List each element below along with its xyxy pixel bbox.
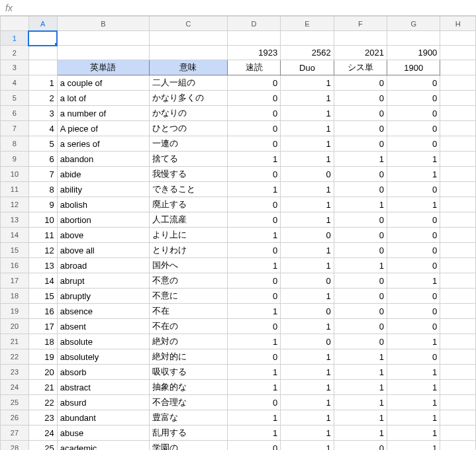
cell-C28[interactable]: 学園の	[150, 441, 228, 451]
col-header-G[interactable]: G	[387, 17, 440, 31]
row-header-2[interactable]: 2	[1, 46, 29, 60]
cell-C9[interactable]: 捨てる	[150, 152, 228, 167]
cell-H1[interactable]	[440, 31, 476, 46]
cell-C12[interactable]: 廃止する	[150, 197, 228, 212]
cell-F9[interactable]: 1	[334, 152, 387, 167]
row-header-15[interactable]: 15	[1, 243, 29, 258]
cell-A17[interactable]: 14	[28, 273, 57, 289]
cell-H15[interactable]	[440, 243, 476, 258]
cell-C24[interactable]: 抽象的な	[150, 380, 228, 395]
cell-G3-header[interactable]: 1900	[387, 60, 440, 75]
cell-H17[interactable]	[440, 273, 476, 289]
cell-G28[interactable]: 1	[387, 441, 440, 451]
cell-H20[interactable]	[440, 319, 476, 334]
cell-G20[interactable]: 0	[387, 319, 440, 334]
cell-E22[interactable]: 1	[281, 349, 334, 365]
cell-G14[interactable]: 0	[387, 228, 440, 243]
cell-F13[interactable]: 0	[334, 212, 387, 228]
cell-H23[interactable]	[440, 365, 476, 380]
cell-G7[interactable]: 0	[387, 121, 440, 136]
cell-A14[interactable]: 11	[28, 228, 57, 243]
cell-B12[interactable]: abolish	[57, 197, 149, 212]
cell-C14[interactable]: より上に	[150, 228, 228, 243]
cell-B20[interactable]: absent	[57, 319, 149, 334]
cell-G18[interactable]: 0	[387, 289, 440, 304]
cell-F3-header[interactable]: シス単	[334, 60, 387, 75]
cell-E4[interactable]: 1	[281, 75, 334, 91]
cell-C22[interactable]: 絶対的に	[150, 349, 228, 365]
row-header-21[interactable]: 21	[1, 334, 29, 349]
cell-C4[interactable]: 二人一組の	[150, 75, 228, 91]
row-header-25[interactable]: 25	[1, 395, 29, 410]
cell-C10[interactable]: 我慢する	[150, 167, 228, 182]
cell-H5[interactable]	[440, 91, 476, 106]
cell-C23[interactable]: 吸収する	[150, 365, 228, 380]
cell-G27[interactable]: 1	[387, 426, 440, 441]
row-header-23[interactable]: 23	[1, 365, 29, 380]
cell-D28[interactable]: 0	[227, 441, 280, 451]
cell-C13[interactable]: 人工流産	[150, 212, 228, 228]
cell-A22[interactable]: 19	[28, 349, 57, 365]
cell-D8[interactable]: 0	[227, 136, 280, 152]
cell-F22[interactable]: 1	[334, 349, 387, 365]
cell-B10[interactable]: abide	[57, 167, 149, 182]
cell-C8[interactable]: 一連の	[150, 136, 228, 152]
cell-D15[interactable]: 0	[227, 243, 280, 258]
cell-H2[interactable]	[440, 46, 476, 60]
cell-B28[interactable]: academic	[57, 441, 149, 451]
cell-E20[interactable]: 1	[281, 319, 334, 334]
cell-G19[interactable]: 0	[387, 304, 440, 319]
cell-G5[interactable]: 0	[387, 91, 440, 106]
row-header-20[interactable]: 20	[1, 319, 29, 334]
cell-A3[interactable]	[28, 60, 57, 75]
cell-H19[interactable]	[440, 304, 476, 319]
cell-D24[interactable]: 1	[227, 380, 280, 395]
cell-G6[interactable]: 0	[387, 106, 440, 121]
cell-F27[interactable]: 1	[334, 426, 387, 441]
cell-B22[interactable]: absolutely	[57, 349, 149, 365]
cell-C17[interactable]: 不意の	[150, 273, 228, 289]
cell-E21[interactable]: 0	[281, 334, 334, 349]
cell-F24[interactable]: 1	[334, 380, 387, 395]
cell-F14[interactable]: 0	[334, 228, 387, 243]
cell-F8[interactable]: 0	[334, 136, 387, 152]
cell-A13[interactable]: 10	[28, 212, 57, 228]
cell-B21[interactable]: absolute	[57, 334, 149, 349]
cell-A11[interactable]: 8	[28, 182, 57, 197]
cell-C3-header-meaning[interactable]: 意味	[150, 60, 228, 75]
cell-D6[interactable]: 0	[227, 106, 280, 121]
cell-E14[interactable]: 0	[281, 228, 334, 243]
cell-B14[interactable]: above	[57, 228, 149, 243]
cell-C20[interactable]: 不在の	[150, 319, 228, 334]
row-header-28[interactable]: 28	[1, 441, 29, 451]
cell-E18[interactable]: 1	[281, 289, 334, 304]
cell-B3-header-word[interactable]: 英単語	[57, 60, 149, 75]
cell-F20[interactable]: 0	[334, 319, 387, 334]
cell-E23[interactable]: 1	[281, 365, 334, 380]
spreadsheet-grid[interactable]: A B C D E F G H 1219232562202119003英単語意味…	[0, 16, 476, 450]
cell-H22[interactable]	[440, 349, 476, 365]
cell-C21[interactable]: 絶対の	[150, 334, 228, 349]
cell-D16[interactable]: 1	[227, 258, 280, 273]
cell-D23[interactable]: 1	[227, 365, 280, 380]
cell-F28[interactable]: 0	[334, 441, 387, 451]
cell-G8[interactable]: 0	[387, 136, 440, 152]
cell-F19[interactable]: 0	[334, 304, 387, 319]
cell-C6[interactable]: かなりの	[150, 106, 228, 121]
cell-H24[interactable]	[440, 380, 476, 395]
cell-F21[interactable]: 0	[334, 334, 387, 349]
cell-D4[interactable]: 0	[227, 75, 280, 91]
cell-C16[interactable]: 国外へ	[150, 258, 228, 273]
cell-A24[interactable]: 21	[28, 380, 57, 395]
cell-E1[interactable]	[281, 31, 334, 46]
row-header-16[interactable]: 16	[1, 258, 29, 273]
cell-H8[interactable]	[440, 136, 476, 152]
cell-G17[interactable]: 1	[387, 273, 440, 289]
cell-A18[interactable]: 15	[28, 289, 57, 304]
cell-B9[interactable]: abandon	[57, 152, 149, 167]
cell-H26[interactable]	[440, 410, 476, 426]
cell-G12[interactable]: 1	[387, 197, 440, 212]
row-header-17[interactable]: 17	[1, 273, 29, 289]
cell-E7[interactable]: 1	[281, 121, 334, 136]
row-header-13[interactable]: 13	[1, 212, 29, 228]
